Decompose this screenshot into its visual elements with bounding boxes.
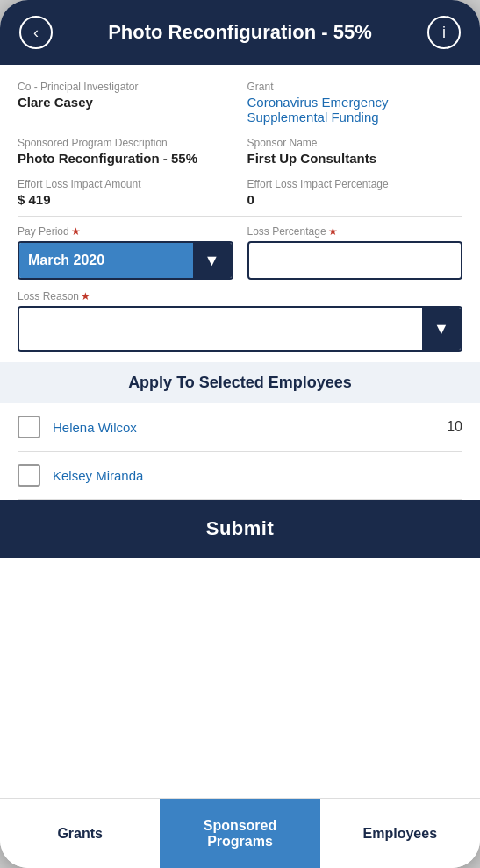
loss-reason-select[interactable]: ▼ [18, 306, 462, 352]
nav-label-grants: Grants [57, 826, 103, 842]
grant-block: Grant Coronavirus Emergency Supplemental… [247, 81, 463, 125]
loss-pct-input[interactable] [247, 241, 463, 280]
submit-button[interactable]: Submit [0, 500, 480, 558]
sponsored-program-block: Sponsored Program Description Photo Reco… [18, 137, 233, 166]
sponsor-name-value: First Up Consultants [247, 151, 463, 166]
sponsor-name-block: Sponsor Name First Up Consultants [247, 137, 463, 166]
loss-reason-group: Loss Reason★ ▼ [18, 290, 462, 352]
loss-reason-label: Loss Reason★ [18, 290, 462, 302]
details-grid: Co - Principal Investigator Clare Casey … [18, 81, 462, 207]
back-icon: ‹ [33, 24, 39, 42]
co-pi-value: Clare Casey [18, 95, 233, 110]
loss-reason-required: ★ [81, 290, 90, 302]
effort-loss-pct-value: 0 [247, 192, 463, 207]
sponsored-program-label: Sponsored Program Description [18, 137, 233, 149]
bottom-nav: Grants SponsoredPrograms Employees [0, 798, 480, 868]
info-icon: i [442, 24, 446, 42]
loss-pct-group: Loss Percentage★ [247, 225, 463, 280]
table-row: Helena Wilcox 10 [18, 403, 462, 452]
employee-name-1[interactable]: Kelsey Miranda [53, 468, 454, 483]
back-button[interactable]: ‹ [19, 16, 53, 49]
employee-checkbox-1[interactable] [18, 464, 40, 487]
loss-pct-required: ★ [328, 225, 338, 238]
effort-loss-amount-block: Effort Loss Impact Amount $ 419 [18, 178, 233, 207]
grant-label: Grant [247, 81, 463, 93]
form-top-section: Pay Period★ March 2020 ▼ Loss Percentage… [18, 225, 462, 280]
info-button[interactable]: i [427, 16, 461, 49]
nav-label-sponsored-programs: SponsoredPrograms [204, 818, 277, 850]
effort-loss-pct-block: Effort Loss Impact Percentage 0 [247, 178, 463, 207]
main-content: Co - Principal Investigator Clare Casey … [0, 65, 480, 798]
loss-pct-label: Loss Percentage★ [247, 225, 463, 238]
employee-score-0: 10 [447, 419, 462, 435]
pay-period-dropdown-arrow[interactable]: ▼ [193, 243, 232, 278]
employee-checkbox-0[interactable] [18, 416, 40, 438]
pay-period-select[interactable]: March 2020 ▼ [18, 241, 233, 280]
grant-value[interactable]: Coronavirus Emergency Supplemental Fundi… [247, 95, 463, 125]
employee-name-0[interactable]: Helena Wilcox [53, 420, 438, 435]
co-pi-label: Co - Principal Investigator [18, 81, 233, 93]
table-row: Kelsey Miranda [18, 452, 462, 500]
effort-loss-amount-label: Effort Loss Impact Amount [18, 178, 233, 190]
pay-period-label: Pay Period★ [18, 225, 233, 238]
loss-reason-value [19, 308, 422, 350]
sponsored-program-value: Photo Reconfiguration - 55% [18, 151, 233, 166]
page-title: Photo Reconfiguration - 55% [53, 21, 427, 44]
divider-1 [18, 216, 462, 217]
nav-item-employees[interactable]: Employees [320, 799, 480, 868]
nav-item-sponsored-programs[interactable]: SponsoredPrograms [160, 799, 319, 868]
pay-period-required: ★ [71, 225, 81, 238]
nav-label-employees: Employees [363, 826, 437, 842]
pay-period-value: March 2020 [19, 243, 193, 278]
co-pi-block: Co - Principal Investigator Clare Casey [18, 81, 233, 125]
sponsor-name-label: Sponsor Name [247, 137, 463, 149]
nav-item-grants[interactable]: Grants [0, 799, 160, 868]
app-header: ‹ Photo Reconfiguration - 55% i [0, 0, 480, 65]
pay-period-group: Pay Period★ March 2020 ▼ [18, 225, 233, 280]
apply-section-header: Apply To Selected Employees [0, 362, 480, 403]
effort-loss-pct-label: Effort Loss Impact Percentage [247, 178, 463, 190]
employee-list: Helena Wilcox 10 Kelsey Miranda [18, 403, 462, 500]
effort-loss-amount-value: $ 419 [18, 192, 233, 207]
loss-reason-dropdown-arrow[interactable]: ▼ [422, 308, 461, 350]
